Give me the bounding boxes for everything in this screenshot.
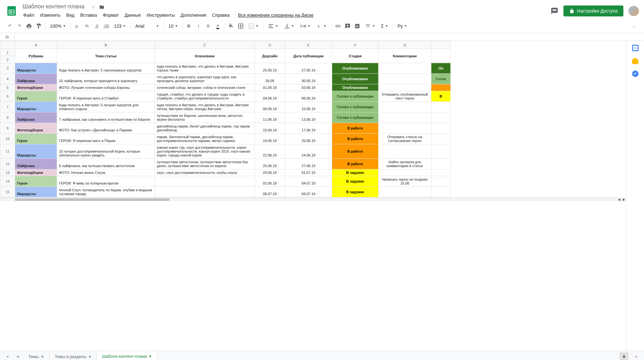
cell-rubric[interactable]: Герои [15,91,57,102]
cell-comment[interactable] [379,74,431,84]
halign-button[interactable]: ▼ [265,22,281,30]
share-button[interactable]: Настройки Доступа [563,5,623,16]
menu-дополнения[interactable]: Дополнения [178,11,209,19]
cell-topic[interactable]: Куда поехать в Австрию: 5 горнолыжных ку… [57,63,155,74]
tasks-icon[interactable] [632,71,639,77]
sheet-tab[interactable]: Шаблон контент-плана▼ [97,351,158,360]
select-all-corner[interactable] [0,41,15,49]
menu-изменить[interactable]: Изменить [37,11,63,19]
row-header-2[interactable]: 2 [0,56,15,63]
cell-pubdate[interactable]: 10.06.19 [285,102,332,112]
cell-topic[interactable]: 7 лайфхаков, как сэкономить в путешестви… [57,112,155,123]
header-cell[interactable]: Дедлайн [255,49,285,63]
cell-extra[interactable] [431,176,451,187]
header-cell[interactable]: Дата публикации [285,49,332,63]
cell-comment[interactable] [379,169,431,176]
cell-extra[interactable] [431,134,451,144]
comment-button[interactable] [343,22,352,31]
cell-comment[interactable] [379,112,431,123]
cell-deadline[interactable]: 25.06.19 [255,159,285,169]
row-header-9[interactable]: 9 [0,123,15,134]
cell-pubdate[interactable]: 04.07.19 [285,176,332,187]
col-header-C[interactable]: C [155,41,255,49]
dec-increase-button[interactable]: .00 [102,22,111,31]
valign-button[interactable]: ▼ [282,22,297,30]
header-cell[interactable]: Комментарии [379,49,431,63]
cell-rubric[interactable]: Фотоподборки [15,123,57,134]
cell-status[interactable]: Готово к публикации [332,91,379,102]
cell-rubric[interactable]: Фотоподборки [15,84,57,91]
cell-comment[interactable] [379,102,431,112]
cell-keywords[interactable]: куда поехать в Австрию, что делать в Авс… [155,102,255,112]
comments-icon[interactable] [551,7,558,15]
cell-comment[interactable]: Найти эксперта для комментария в статье [379,159,431,169]
cell-deadline[interactable]: 22.06.19 [255,144,285,159]
cell-deadline[interactable]: 04.06.19 [255,91,285,102]
functions-button[interactable]: Σ▼ [378,22,391,30]
zoom-select[interactable]: 100%▼ [47,22,69,30]
header-cell[interactable]: Стадия [332,49,379,63]
cell-topic[interactable]: 10 лайфхаков, которые пригодятся в аэроп… [57,74,155,84]
menu-формат[interactable]: Формат [100,11,121,19]
percent-button[interactable]: % [82,22,91,31]
add-sheet-button[interactable]: + [3,352,13,360]
cell-deadline[interactable]: 06.07.19 [255,187,285,197]
cell-topic[interactable]: ФОТО: Ночная жизнь Сеула [57,169,155,176]
paint-format-button[interactable] [34,22,43,31]
cell-deadline[interactable]: 29.06.19 [255,169,285,176]
row-header-3[interactable]: 3 [0,63,15,74]
cell-pubdate[interactable]: 27.06.19 [285,159,332,169]
menu-вставка[interactable]: Вставка [78,11,100,19]
cell-topic[interactable]: ГЕРОИ: Я переехал жить в Стамбул [57,91,155,102]
link-button[interactable] [333,22,342,31]
header-cell[interactable]: Ключевики [155,49,255,63]
cell-topic[interactable]: ФОТО: Как устроен «Диснейлэнд» в Париже [57,123,155,134]
row-header-11[interactable]: 11 [0,144,15,159]
input-lang-button[interactable]: Ру▼ [395,22,410,30]
redo-button[interactable]: ↷ [15,22,24,31]
cell-deadline[interactable]: 18.06.19 [255,134,285,144]
cell-status[interactable]: Опубликовано [332,74,379,84]
cell-rubric[interactable]: Фотоподборки [15,169,57,176]
cell-topic[interactable]: ГЕРОИ: Я живу за полярным кругом [57,176,155,187]
save-status[interactable]: Все изменения сохранены на Диске [235,11,316,19]
cell-rubric[interactable]: Лайфхаки [15,112,57,123]
cell-rubric[interactable]: Маршруты [15,63,57,74]
cell-extra[interactable] [431,123,451,134]
cell-extra[interactable] [431,84,451,91]
cell-pubdate[interactable]: 13.06.19 [285,112,332,123]
sheet-grid[interactable]: ABCDEFG1РубрикаТема статьиКлючевикиДедла… [0,41,626,351]
cell-rubric[interactable]: Маршруты [15,187,57,197]
italic-button[interactable]: I [194,22,203,31]
cell-comment[interactable] [379,84,431,91]
menu-файл[interactable]: Файл [21,11,37,19]
doc-title[interactable]: Шаблон контент-плана [21,3,86,11]
cell-keywords[interactable]: путешествие автостопом, путешествие авто… [155,159,255,169]
cell-pubdate[interactable]: 24.06.19 [285,144,332,159]
text-color-button[interactable]: A [213,22,222,31]
merge-button[interactable]: ▼ [246,22,261,30]
row-header-7[interactable]: 7 [0,102,15,112]
cell-status[interactable]: В задумке [332,169,379,176]
cell-extra[interactable]: Оп [431,63,451,74]
cell-topic[interactable]: Ночной Сеул: путеводитель по барам, клуб… [57,187,155,197]
formula-input[interactable] [15,33,644,41]
cell-pubdate[interactable]: 20.06.19 [285,134,332,144]
star-icon[interactable]: ☆ [91,5,95,11]
cell-comment[interactable] [379,63,431,74]
header-cell[interactable]: Тема статьи [57,49,155,63]
cell-rubric[interactable]: Маршруты [15,102,57,112]
dec-decrease-button[interactable]: .0 [92,22,101,31]
row-header-6[interactable]: 6 [0,91,15,102]
cell-deadline[interactable]: 02.06.19 [255,176,285,187]
row-header-10[interactable]: 10 [0,134,15,144]
cell-extra[interactable] [431,112,451,123]
menu-инструменты[interactable]: Инструменты [144,11,177,19]
cell-keywords[interactable]: путешествие по Европе, шенгенская виза, … [155,112,255,123]
cell-deadline[interactable]: 28.05 [255,74,285,84]
cell-status[interactable]: Опубликовано [332,84,379,91]
cell-keywords[interactable] [155,187,255,197]
collapse-toolbar-button[interactable]: ︿ [630,22,639,31]
sheet-tab[interactable]: Темы и разделы▼ [50,351,97,360]
cell-comment[interactable]: Написать герою не позднее 15.06 [379,176,431,187]
